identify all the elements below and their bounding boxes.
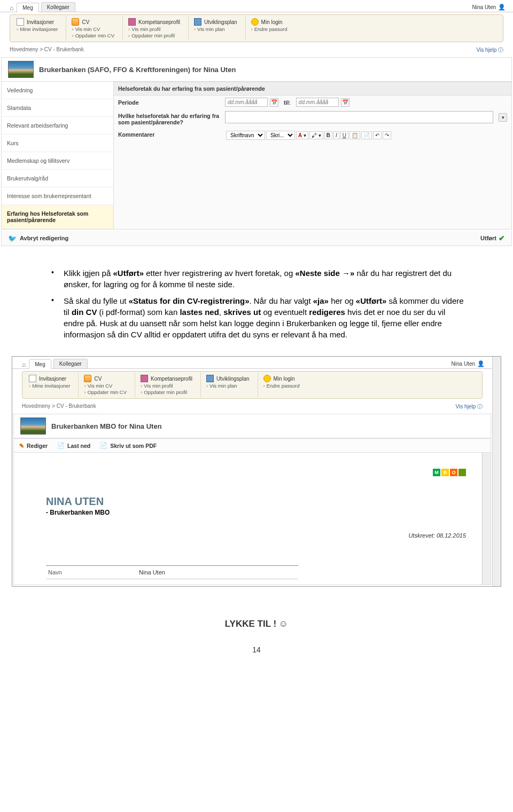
profile-icon: [141, 375, 148, 382]
instruction-text: Klikk igjen på «Utført» etter hver regis…: [0, 257, 513, 356]
page-title-2: Brukerbanken MBO for Nina Uten: [51, 422, 162, 430]
tb-login[interactable]: Min login ›Endre passord: [258, 373, 307, 397]
sq-m: M: [433, 469, 440, 476]
cv-toolbar: Rediger Last ned Skriv ut som PDF: [14, 438, 491, 453]
sidebar-item-interesse[interactable]: Interesse som brukerrepresentant: [2, 187, 113, 205]
cv-icon: [84, 375, 91, 382]
chevron-down-icon[interactable]: ▾: [499, 113, 507, 122]
download-button[interactable]: Last ned: [57, 442, 90, 449]
tb-login[interactable]: Min login ›Endre passord: [245, 16, 295, 41]
inner-scrollbar[interactable]: [482, 453, 491, 585]
good-luck-text: LYKKE TIL !: [0, 619, 513, 629]
tb-utviklingsplan[interactable]: Utviklingsplan ›Vis min plan: [188, 16, 245, 41]
rte-copy-icon[interactable]: 📋: [349, 131, 360, 139]
date-from-input[interactable]: [225, 98, 268, 107]
pdf-icon: [57, 442, 65, 449]
cv-subtitle: - Brukerbanken MBO: [46, 509, 466, 516]
label-kommentarer: Kommentarer: [118, 130, 225, 138]
rte-bgcolor[interactable]: 🖍 ▾: [309, 131, 323, 139]
sidebar-item-kurs[interactable]: Kurs: [2, 135, 113, 152]
label-hvilke: Hvilke helseforetak har du erfaring fra …: [118, 111, 225, 125]
foretak-input[interactable]: [225, 111, 493, 123]
rte-undo-icon[interactable]: ↶: [373, 131, 382, 139]
rte-size-select[interactable]: Skri...: [266, 131, 295, 140]
form-area: Helseforetak du har erfaring fra som pas…: [114, 82, 511, 229]
page-number: 14: [0, 645, 513, 654]
tb-cv[interactable]: CV ›Vis min CV ›Oppdater min CV: [66, 16, 122, 41]
date-to-input[interactable]: [296, 98, 339, 107]
cv-printed-date: Utskrevet: 08.12.2015: [46, 532, 466, 539]
main-toolbar-2: Invitasjoner ›Mine invitasjoner CV ›Vis …: [22, 371, 483, 399]
section-header: Helseforetak du har erfaring fra som pas…: [114, 82, 511, 96]
help-icon: ⓘ: [477, 404, 483, 409]
plan-icon: [194, 18, 201, 26]
calendar-icon[interactable]: 📅: [270, 98, 278, 107]
label-periode: Periode: [118, 98, 225, 106]
user-icon[interactable]: [498, 4, 506, 11]
breadcrumb: Hovedmeny > CV - Brukerbank Vis hjelp ⓘ: [0, 44, 513, 56]
rte-paste-icon[interactable]: 📄: [361, 131, 372, 139]
rte-color-a[interactable]: A ▾: [296, 131, 308, 139]
calendar-icon[interactable]: 📅: [341, 98, 349, 107]
help-link[interactable]: Vis hjelp ⓘ: [477, 46, 503, 54]
main-panel: Brukerbanken (SAFO, FFO & Kreftforeninge…: [1, 57, 512, 230]
header-image: [20, 417, 46, 435]
user-label: Nina Uten: [448, 359, 488, 368]
screenshot-2: Meg Kollegaer Nina Uten Invitasjoner ›Mi…: [12, 356, 501, 587]
tb-invitasjoner[interactable]: Invitasjoner ›Mine invitasjoner: [24, 373, 77, 397]
sq-b: B: [441, 469, 449, 476]
print-button[interactable]: Skriv ut som PDF: [100, 442, 157, 449]
rte-italic[interactable]: I: [333, 131, 339, 139]
screenshot-1: Meg Kollegaer Nina Uten Invitasjoner ›Mi…: [0, 0, 513, 246]
tab-bar: Meg Kollegaer Nina Uten: [0, 0, 513, 12]
done-button[interactable]: Utført: [480, 234, 505, 242]
cancel-button[interactable]: Avbryt redigering: [8, 234, 68, 242]
sidebar-item-veiledning[interactable]: Veiledning: [2, 82, 113, 99]
tb-kompetanse[interactable]: Kompetanseprofil ›Vis min profil ›Oppdat…: [135, 373, 200, 397]
rte-redo-icon[interactable]: ↷: [383, 131, 391, 139]
sidebar-item-arbeidserfaring[interactable]: Relevant arbeidserfaring: [2, 117, 113, 135]
home-icon[interactable]: [22, 361, 29, 368]
bullet-1: Klikk igjen på «Utført» etter hver regis…: [48, 267, 465, 290]
bullet-2: Så skal du fylle ut «Status for din CV-r…: [48, 295, 465, 340]
invitations-icon: [17, 18, 24, 26]
edit-button[interactable]: Rediger: [19, 442, 48, 449]
help-icon: ⓘ: [498, 47, 503, 53]
help-link[interactable]: Vis hjelp ⓘ: [456, 403, 483, 411]
tb-invitasjoner[interactable]: Invitasjoner ›Mine invitasjoner: [11, 16, 65, 41]
breadcrumb-2: Hovedmeny > CV - Brukerbank Vis hjelp ⓘ: [12, 401, 492, 413]
page-header-2: Brukerbanken MBO for Nina Uten: [14, 414, 491, 438]
tb-kompetanse[interactable]: Kompetanseprofil ›Vis min profil ›Oppdat…: [122, 16, 188, 41]
tab-meg[interactable]: Meg: [17, 3, 38, 12]
profile-icon: [128, 18, 136, 26]
sidebar-item-erfaring[interactable]: Erfaring hos Helseforetak som pasient/på…: [2, 205, 113, 229]
tab-meg[interactable]: Meg: [29, 359, 51, 369]
smiley-icon: [279, 619, 288, 629]
tab-kollegaer[interactable]: Kollegaer: [53, 359, 88, 368]
rte-toolbar: Skriftnavn Skri... A ▾ 🖍 ▾ B I U 📋 📄 ↶: [225, 130, 392, 141]
sidebar-item-medlemskap[interactable]: Medlemskap og tillitsverv: [2, 152, 113, 170]
header-image: [8, 61, 34, 78]
row-value: Nina Uten: [139, 569, 165, 576]
rte-font-select[interactable]: Skriftnavn: [226, 131, 265, 140]
tb-cv[interactable]: CV ›Vis min CV ›Oppdater min CV: [78, 373, 134, 397]
invitations-icon: [29, 375, 36, 382]
tab-kollegaer[interactable]: Kollegaer: [41, 2, 75, 12]
page-header: Brukerbanken (SAFO, FFO & Kreftforeninge…: [2, 58, 511, 82]
tb-utviklingsplan[interactable]: Utviklingsplan ›Vis min plan: [200, 373, 257, 397]
cv-name: NINA UTEN: [46, 495, 466, 508]
sidebar-item-stamdata[interactable]: Stamdata: [2, 99, 113, 117]
sq-o: O: [450, 469, 457, 476]
home-icon[interactable]: [10, 4, 17, 12]
rte-bold[interactable]: B: [324, 131, 332, 139]
label-til: til:: [284, 99, 291, 106]
user-icon[interactable]: [477, 360, 485, 367]
tab-bar-2: Meg Kollegaer Nina Uten: [12, 357, 492, 369]
sidebar-item-brukerutvalg[interactable]: Brukerutvalg/råd: [2, 170, 113, 187]
rte-underline[interactable]: U: [340, 131, 348, 139]
action-bar: Avbryt redigering Utført: [1, 231, 512, 246]
pdf-icon: [100, 442, 107, 449]
login-icon: [263, 375, 271, 382]
row-label: Navn: [48, 569, 139, 576]
outer-scrollbar[interactable]: [492, 357, 501, 586]
